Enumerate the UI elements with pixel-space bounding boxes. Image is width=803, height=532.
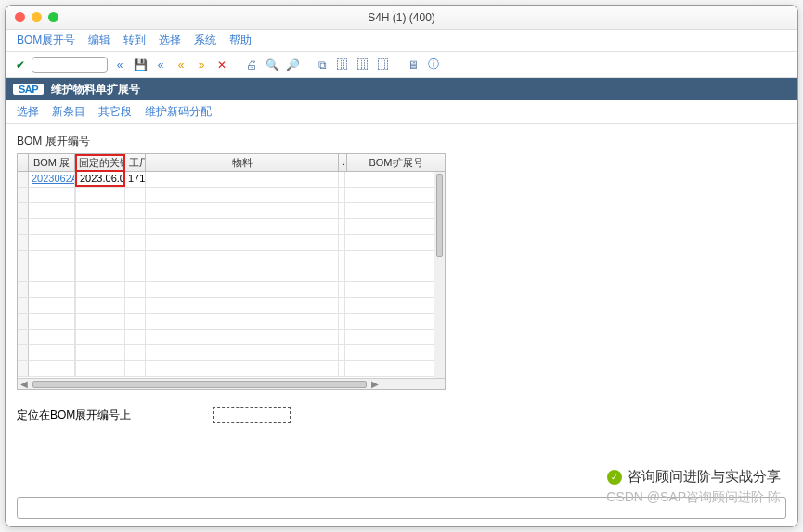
cell-dot[interactable] — [339, 361, 345, 376]
row-selector[interactable] — [18, 266, 29, 281]
cell-plant[interactable] — [125, 314, 146, 329]
cell-bom[interactable] — [29, 188, 75, 202]
scroll-right-icon[interactable]: ▶ — [369, 379, 382, 389]
table-row[interactable] — [18, 235, 445, 251]
table-row[interactable] — [18, 282, 445, 298]
table-row[interactable] — [18, 314, 445, 330]
cell-bom[interactable] — [29, 219, 75, 234]
submenu-maintain-code[interactable]: 维护新码分配 — [145, 104, 212, 120]
cell-dot[interactable] — [339, 266, 345, 281]
submenu-other-segment[interactable]: 其它段 — [98, 104, 132, 120]
find-icon[interactable]: 🔍 — [264, 57, 280, 73]
menu-help[interactable]: 帮助 — [229, 32, 252, 48]
vertical-scrollbar[interactable] — [434, 172, 445, 378]
step-back-icon[interactable]: « — [111, 57, 128, 73]
cell-fixed-key[interactable] — [75, 330, 125, 344]
row-selector[interactable] — [18, 314, 29, 329]
cell-fixed-key[interactable] — [75, 235, 125, 250]
cell-plant[interactable] — [125, 361, 146, 376]
cell-plant[interactable] — [125, 282, 146, 297]
cell-dot[interactable] — [339, 282, 345, 297]
cell-fixed-key[interactable] — [75, 282, 125, 297]
col-dot[interactable]: . — [339, 154, 347, 171]
submenu-select[interactable]: 选择 — [17, 104, 39, 120]
page-up-icon[interactable]: « — [173, 57, 189, 73]
enter-icon[interactable]: ✔ — [13, 58, 28, 72]
cell-fixed-key[interactable] — [75, 251, 125, 266]
col-select[interactable] — [18, 154, 29, 171]
cell-dot[interactable] — [339, 235, 345, 250]
cell-dot[interactable] — [339, 298, 345, 313]
table-row[interactable] — [18, 330, 445, 345]
cell-dot[interactable] — [339, 188, 345, 202]
cell-dot[interactable] — [339, 330, 345, 344]
menu-edit[interactable]: 编辑 — [88, 32, 110, 48]
table-row[interactable] — [18, 345, 445, 361]
cell-ext[interactable] — [345, 282, 445, 297]
table-row[interactable]: 2023062A2023.06.021710 — [18, 172, 445, 188]
layout-3-icon[interactable]: ⿲ — [375, 57, 392, 73]
cell-bom[interactable] — [29, 330, 75, 344]
cell-plant[interactable]: 1710 — [125, 172, 146, 187]
cell-bom[interactable] — [29, 345, 75, 360]
row-selector[interactable] — [18, 172, 29, 187]
row-selector[interactable] — [18, 345, 29, 360]
cell-ext[interactable] — [345, 172, 445, 187]
cell-dot[interactable] — [339, 219, 345, 234]
row-selector[interactable] — [18, 298, 29, 313]
row-selector[interactable] — [18, 282, 29, 297]
cell-ext[interactable] — [345, 188, 445, 202]
cell-fixed-key[interactable] — [75, 298, 125, 313]
cell-material[interactable] — [146, 203, 339, 218]
cell-fixed-key[interactable]: 2023.06.02 — [75, 172, 125, 187]
cell-plant[interactable] — [125, 251, 146, 266]
col-ext-no[interactable]: BOM扩展号 — [347, 154, 445, 171]
cell-material[interactable] — [146, 345, 339, 360]
row-selector[interactable] — [18, 235, 29, 250]
cell-fixed-key[interactable] — [75, 361, 125, 376]
cell-fixed-key[interactable] — [75, 188, 125, 202]
menu-system[interactable]: 系统 — [194, 32, 216, 48]
cell-ext[interactable] — [345, 235, 445, 250]
cell-dot[interactable] — [339, 345, 345, 360]
cell-bom[interactable] — [29, 314, 75, 329]
row-selector[interactable] — [18, 188, 29, 202]
cell-bom[interactable] — [29, 251, 75, 266]
close-window-button[interactable] — [15, 12, 25, 22]
cell-bom[interactable] — [29, 203, 75, 218]
command-field[interactable] — [32, 57, 108, 73]
print-icon[interactable]: 🖨 — [243, 57, 260, 73]
cell-plant[interactable] — [125, 345, 146, 360]
cell-fixed-key[interactable] — [75, 266, 125, 281]
cell-material[interactable] — [146, 235, 339, 250]
cell-material[interactable] — [146, 251, 339, 266]
cell-plant[interactable] — [125, 203, 146, 218]
submenu-new-entries[interactable]: 新条目 — [52, 104, 85, 120]
cell-plant[interactable] — [125, 235, 146, 250]
cell-fixed-key[interactable] — [75, 314, 125, 329]
cell-fixed-key[interactable] — [75, 219, 125, 234]
row-selector[interactable] — [18, 219, 29, 234]
cell-ext[interactable] — [345, 203, 445, 218]
row-selector[interactable] — [18, 361, 29, 376]
cell-material[interactable] — [146, 219, 339, 234]
cell-bom[interactable] — [29, 235, 75, 250]
cell-plant[interactable] — [125, 219, 146, 234]
cell-material[interactable] — [146, 298, 339, 313]
cell-bom[interactable] — [29, 361, 75, 376]
menu-goto[interactable]: 转到 — [123, 32, 146, 48]
cell-material[interactable] — [146, 282, 339, 297]
display-icon[interactable]: 🖥 — [405, 57, 421, 73]
cell-ext[interactable] — [345, 361, 445, 376]
col-fixed-key[interactable]: 固定的关键 — [75, 154, 125, 172]
menu-bom-expand[interactable]: BOM展开号 — [17, 32, 75, 48]
table-row[interactable] — [18, 298, 445, 314]
cell-material[interactable] — [146, 314, 339, 329]
cell-bom[interactable] — [29, 266, 75, 281]
cell-bom[interactable]: 2023062A — [29, 172, 75, 187]
cell-dot[interactable] — [339, 314, 345, 329]
layout-2-icon[interactable]: ⿲ — [355, 57, 371, 73]
cell-dot[interactable] — [339, 172, 345, 187]
col-material[interactable]: 物料 — [146, 154, 339, 171]
save-icon[interactable]: 💾 — [132, 57, 149, 73]
